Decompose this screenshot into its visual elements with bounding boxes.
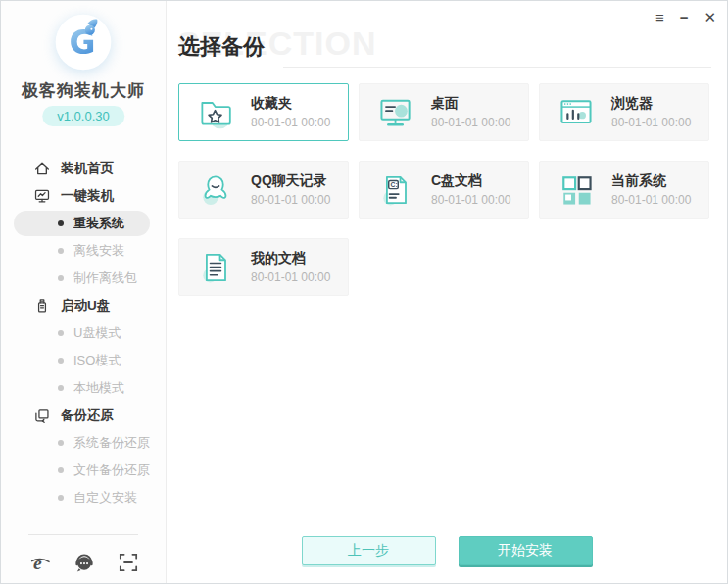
card-text: 我的文档80-01-01 00:00 bbox=[251, 250, 330, 283]
title-rule bbox=[283, 67, 711, 68]
card-label: 浏览器 bbox=[611, 95, 691, 111]
backup-card-favorites[interactable]: 收藏夹80-01-01 00:00 bbox=[178, 83, 349, 141]
sidebar-item-label: ISO模式 bbox=[73, 352, 121, 369]
sidebar-item-label: U盘模式 bbox=[73, 324, 121, 342]
sidebar-item-label: 装机首页 bbox=[61, 160, 114, 177]
sidebar-divider bbox=[28, 534, 138, 535]
backup-card-current-system[interactable]: 当前系统80-01-01 00:00 bbox=[539, 161, 709, 219]
sidebar-item-usb-mode[interactable]: U盘模式 bbox=[1, 319, 166, 347]
bullet-icon bbox=[58, 440, 64, 446]
sidebar-item-system-backup-restore[interactable]: 系统备份还原 bbox=[1, 429, 166, 457]
card-text: QQ聊天记录80-01-01 00:00 bbox=[251, 172, 330, 206]
card-label: 当前系统 bbox=[611, 172, 691, 188]
card-timestamp: 80-01-01 00:00 bbox=[611, 193, 691, 207]
sidebar-item-label: 制作离线包 bbox=[73, 269, 137, 287]
bullet-icon bbox=[58, 358, 64, 364]
my-documents-icon bbox=[196, 248, 235, 287]
scan-qr-icon[interactable] bbox=[117, 551, 140, 574]
backup-card-c-drive-documents[interactable]: C:C盘文档80-01-01 00:00 bbox=[359, 161, 529, 219]
card-timestamp: 80-01-01 00:00 bbox=[431, 193, 510, 207]
sidebar-item-label: 重装系统 bbox=[73, 215, 124, 232]
card-timestamp: 80-01-01 00:00 bbox=[251, 193, 330, 207]
bullet-icon bbox=[58, 495, 64, 501]
card-timestamp: 80-01-01 00:00 bbox=[251, 270, 330, 284]
sidebar-item-label: 一键装机 bbox=[61, 187, 114, 205]
card-timestamp: 80-01-01 00:00 bbox=[431, 116, 510, 129]
sidebar-item-label: 本地模式 bbox=[73, 379, 124, 397]
sidebar-item-label: 启动U盘 bbox=[61, 297, 110, 315]
card-timestamp: 80-01-01 00:00 bbox=[251, 116, 330, 129]
c-drive-doc-icon: C: bbox=[376, 170, 415, 210]
qq-penguin-icon bbox=[196, 170, 235, 210]
footer-buttons: 上一步 开始安装 bbox=[167, 536, 727, 565]
card-label: 收藏夹 bbox=[251, 95, 330, 111]
sidebar-item-label: 系统备份还原 bbox=[73, 434, 150, 452]
monitor-icon bbox=[33, 187, 51, 205]
sidebar-item-label: 自定义安装 bbox=[73, 489, 137, 507]
sidebar-item-boot-usb[interactable]: 启动U盘 bbox=[1, 292, 166, 319]
backup-card-desktop[interactable]: 桌面80-01-01 00:00 bbox=[359, 83, 529, 141]
bullet-icon bbox=[58, 248, 64, 254]
sidebar-item-home[interactable]: 装机首页 bbox=[1, 155, 166, 182]
backup-card-qq-chat-history[interactable]: QQ聊天记录80-01-01 00:00 bbox=[178, 161, 349, 219]
backup-cards-grid: 收藏夹80-01-01 00:00桌面80-01-01 00:00浏览器80-0… bbox=[178, 83, 709, 296]
start-install-button[interactable]: 开始安装 bbox=[459, 536, 593, 565]
version-badge: v1.0.0.30 bbox=[42, 106, 124, 126]
close-button[interactable]: ✕ bbox=[704, 9, 716, 26]
app-logo-dog-icon: G bbox=[52, 11, 115, 73]
bullet-icon bbox=[58, 467, 64, 473]
sidebar-item-label: 备份还原 bbox=[61, 407, 114, 424]
sidebar: G 极客狗装机大师 v1.0.0.30 装机首页一键装机重装系统离线安装制作离线… bbox=[1, 1, 167, 583]
card-text: 桌面80-01-01 00:00 bbox=[431, 95, 510, 128]
browser-window-icon bbox=[557, 93, 596, 132]
card-timestamp: 80-01-01 00:00 bbox=[611, 116, 691, 129]
sidebar-item-custom-install[interactable]: 自定义安装 bbox=[1, 484, 166, 511]
svg-text:C:: C: bbox=[391, 180, 398, 187]
app-name: 极客狗装机大师 bbox=[1, 79, 166, 102]
sidebar-item-local-mode[interactable]: 本地模式 bbox=[1, 374, 166, 402]
bullet-icon bbox=[58, 220, 64, 226]
card-label: 桌面 bbox=[431, 95, 510, 111]
folder-star-icon bbox=[196, 93, 235, 132]
card-text: 当前系统80-01-01 00:00 bbox=[611, 172, 691, 206]
page-title: 选择备份 bbox=[178, 32, 265, 62]
card-label: C盘文档 bbox=[431, 172, 510, 188]
usb-icon bbox=[33, 297, 51, 315]
sidebar-item-label: 文件备份还原 bbox=[73, 462, 150, 479]
restore-icon bbox=[33, 407, 51, 424]
backup-card-my-documents[interactable]: 我的文档80-01-01 00:00 bbox=[178, 238, 349, 296]
card-label: 我的文档 bbox=[251, 250, 330, 266]
card-text: C盘文档80-01-01 00:00 bbox=[431, 172, 510, 206]
menu-button[interactable]: ≡ bbox=[655, 9, 664, 26]
sidebar-item-label: 离线安装 bbox=[73, 242, 124, 260]
sidebar-nav: 装机首页一键装机重装系统离线安装制作离线包启动U盘U盘模式ISO模式本地模式备份… bbox=[1, 155, 166, 511]
sidebar-item-backup-restore[interactable]: 备份还原 bbox=[1, 402, 166, 429]
sidebar-item-reinstall-system[interactable]: 重装系统 bbox=[14, 211, 150, 236]
bullet-icon bbox=[58, 275, 64, 281]
sidebar-item-file-backup-restore[interactable]: 文件备份还原 bbox=[1, 457, 166, 484]
sidebar-item-iso-mode[interactable]: ISO模式 bbox=[1, 347, 166, 374]
card-text: 收藏夹80-01-01 00:00 bbox=[251, 95, 330, 128]
sidebar-item-offline-install[interactable]: 离线安装 bbox=[1, 237, 166, 265]
system-grid-icon bbox=[557, 170, 596, 210]
support-headset-icon[interactable] bbox=[73, 551, 96, 574]
bullet-icon bbox=[58, 385, 64, 391]
window-controls: ≡ − ✕ bbox=[655, 9, 716, 26]
ie-browser-icon[interactable]: e bbox=[28, 551, 52, 574]
prev-step-button[interactable]: 上一步 bbox=[302, 536, 436, 565]
sidebar-footer: e bbox=[28, 551, 140, 574]
sidebar-item-one-click-install[interactable]: 一键装机 bbox=[1, 182, 166, 210]
backup-card-browser[interactable]: 浏览器80-01-01 00:00 bbox=[539, 83, 709, 141]
card-label: QQ聊天记录 bbox=[251, 172, 330, 188]
minimize-button[interactable]: − bbox=[680, 9, 689, 26]
home-icon bbox=[33, 160, 51, 177]
card-text: 浏览器80-01-01 00:00 bbox=[611, 95, 691, 128]
sidebar-item-make-offline-package[interactable]: 制作离线包 bbox=[1, 265, 166, 292]
main-panel: ≡ − ✕ SELECTION 选择备份 收藏夹80-01-01 00:00桌面… bbox=[167, 1, 727, 583]
bullet-icon bbox=[58, 330, 64, 336]
desktop-icon bbox=[376, 93, 415, 132]
svg-text:e: e bbox=[33, 553, 42, 573]
